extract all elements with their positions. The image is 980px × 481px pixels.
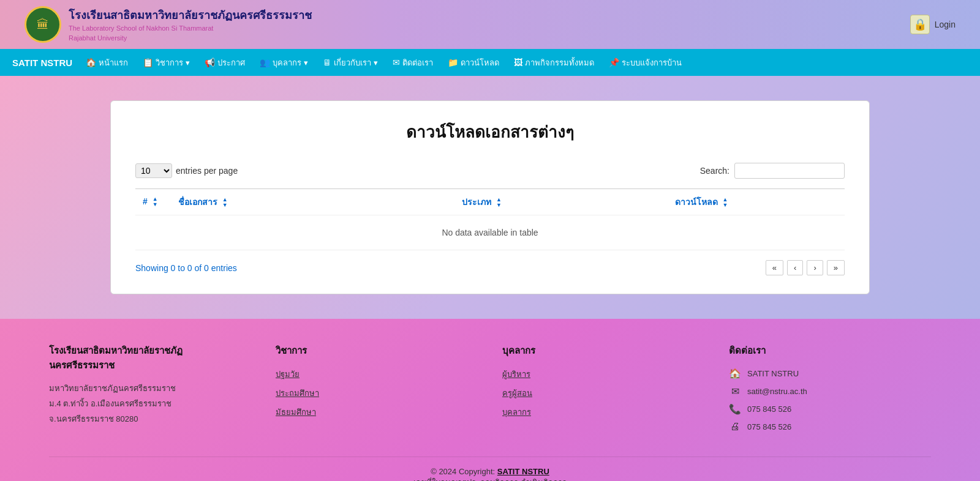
- nav-label-contact: ติดต่อเรา: [402, 56, 433, 69]
- sort-arrows-name: ▲▼: [222, 197, 228, 208]
- footer-address-line2: ม.4 ต.ท่างิ้ว อ.เมืองนครศรีธรรมราช: [49, 398, 251, 411]
- personnel-icon: 👥: [260, 58, 270, 67]
- email-contact-icon: ✉: [729, 386, 741, 397]
- nav-label-home: หน้าแรก: [99, 56, 128, 69]
- footer-contact-email-text: satit@nstru.ac.th: [747, 387, 807, 396]
- footer-link-prathomwai[interactable]: ปฐมวัย: [276, 368, 478, 381]
- table-controls: 10 25 50 100 entries per page Search:: [135, 163, 845, 179]
- nav-label-personnel: บุคลากร: [273, 56, 301, 69]
- footer-contact-fax-text: 075 845 526: [747, 422, 791, 431]
- search-label: Search:: [700, 166, 729, 176]
- sort-arrows-download: ▲▼: [722, 197, 728, 208]
- footer-contact-phone: 📞 075 845 526: [729, 403, 931, 415]
- showing-text: Showing 0 to 0 of 0 entries: [135, 263, 237, 273]
- pagination-first[interactable]: «: [766, 260, 783, 275]
- lock-icon: 🔒: [910, 15, 930, 34]
- footer-link-prathom[interactable]: ประถมศึกษา: [276, 387, 478, 400]
- footer: โรงเรียนสาธิตมหาวิทยาลัยราชภัฏนครศรีธรรม…: [0, 319, 980, 481]
- nav-item-homework[interactable]: 📌 ระบบแจ้งการบ้าน: [603, 53, 688, 73]
- search-input[interactable]: [734, 163, 845, 179]
- footer-contact-school-name: SATIT NSTRU: [747, 369, 799, 378]
- col-label-name: ชื่อเอกสาร: [178, 197, 217, 207]
- footer-link-staff[interactable]: บุคลากร: [502, 406, 704, 419]
- fax-contact-icon: 🖨: [729, 421, 741, 432]
- nav-label-announce: ประกาศ: [217, 56, 245, 69]
- footer-school-name: โรงเรียนสาธิตมหาวิทยาลัยราชภัฏนครศรีธรรม…: [49, 343, 251, 373]
- col-header-download[interactable]: ดาวน์โหลด ▲▼: [668, 189, 845, 215]
- table-header-row: # ▲▼ ชื่อเอกสาร ▲▼ ประเภท ▲▼ ดาวน์โหลด ▲…: [135, 189, 845, 215]
- no-data-cell: No data available in table: [135, 215, 845, 250]
- nav-brand: SATIT NSTRU: [12, 58, 72, 68]
- col-label-type: ประเภท: [462, 197, 491, 207]
- footer-contact-title: ติดต่อเรา: [729, 343, 931, 358]
- nav-item-home[interactable]: 🏠 หน้าแรก: [80, 53, 134, 73]
- footer-personnel: บุคลากร ผู้บริหาร ครูผู้สอน บุคลากร: [502, 343, 704, 438]
- footer-contact-phone-text: 075 845 526: [747, 405, 791, 414]
- footer-link-admin[interactable]: ผู้บริหาร: [502, 368, 704, 381]
- chevron-down-icon-3: ▾: [374, 58, 378, 67]
- nav-item-download[interactable]: 📁 ดาวน์โหลด: [442, 53, 505, 73]
- nav-item-gallery[interactable]: 🖼 ภาพกิจกรรมทั้งหมด: [508, 53, 600, 73]
- footer-address-line3: จ.นครศรีธรรมราช 80280: [49, 413, 251, 426]
- footer-link-teacher[interactable]: ครูผู้สอน: [502, 387, 704, 400]
- school-logo: 🏛: [24, 6, 61, 43]
- footer-contact-fax: 🖨 075 845 526: [729, 421, 931, 432]
- announce-icon: 📢: [205, 58, 215, 67]
- home-icon: 🏠: [86, 58, 96, 67]
- school-title-en-line2: Rajabhat University: [69, 34, 312, 43]
- homework-icon: 📌: [609, 58, 619, 67]
- search-area: Search:: [700, 163, 845, 179]
- entries-select[interactable]: 10 25 50 100: [135, 163, 172, 178]
- footer-contact-email: ✉ satit@nstru.ac.th: [729, 386, 931, 397]
- copyright-link[interactable]: SATIT NSTRU: [497, 467, 549, 476]
- nav-item-announce[interactable]: 📢 ประกาศ: [198, 53, 251, 73]
- footer-bottom: © 2024 Copyright: SATIT NSTRU เลขที่ใบอน…: [49, 457, 931, 481]
- footer-grid: โรงเรียนสาธิตมหาวิทยาลัยราชภัฏนครศรีธรรม…: [49, 343, 931, 438]
- contact-icon: ✉: [393, 58, 400, 67]
- col-label-number: #: [143, 196, 148, 206]
- col-header-number[interactable]: # ▲▼: [135, 189, 171, 215]
- table-footer: Showing 0 to 0 of 0 entries « ‹ › »: [135, 260, 845, 275]
- nav-item-about[interactable]: 🖥 เกี่ยวกับเรา ▾: [317, 53, 384, 73]
- pagination-last[interactable]: »: [827, 260, 845, 275]
- copyright-sub: เลขที่ใบอนุญาตประกอบกิจการ ดำเนินกิจการ: [413, 478, 567, 481]
- nav-label-download: ดาวน์โหลด: [461, 56, 499, 69]
- school-title-th: โรงเรียนสาธิตมหาวิทยาลัยราชภัฏนครศรีธรรม…: [69, 6, 312, 24]
- login-label: Login: [935, 20, 956, 29]
- sort-arrows-type: ▲▼: [496, 197, 502, 208]
- footer-contact: ติดต่อเรา 🏠 SATIT NSTRU ✉ satit@nstru.ac…: [729, 343, 931, 438]
- entries-per-page: 10 25 50 100 entries per page: [135, 163, 238, 178]
- pagination-next[interactable]: ›: [807, 260, 823, 275]
- copyright-text: © 2024 Copyright:: [431, 467, 495, 476]
- header: 🏛 โรงเรียนสาธิตมหาวิทยาลัยราชภัฏนครศรีธร…: [0, 0, 980, 49]
- nav-item-contact[interactable]: ✉ ติดต่อเรา: [386, 53, 439, 73]
- pagination: « ‹ › »: [766, 260, 845, 275]
- footer-school-info: โรงเรียนสาธิตมหาวิทยาลัยราชภัฏนครศรีธรรม…: [49, 343, 251, 438]
- pagination-prev[interactable]: ‹: [787, 260, 803, 275]
- logo-area: 🏛 โรงเรียนสาธิตมหาวิทยาลัยราชภัฏนครศรีธร…: [24, 6, 312, 43]
- col-header-name[interactable]: ชื่อเอกสาร ▲▼: [171, 189, 454, 215]
- nav-item-academic[interactable]: 📋 วิชาการ ▾: [137, 53, 196, 73]
- col-header-type[interactable]: ประเภท ▲▼: [454, 189, 667, 215]
- download-icon: 📁: [448, 58, 458, 67]
- chevron-down-icon: ▾: [186, 58, 190, 67]
- sort-arrows-number: ▲▼: [153, 196, 158, 207]
- footer-personnel-title: บุคลากร: [502, 343, 704, 358]
- entries-label: entries per page: [176, 166, 238, 176]
- col-label-download: ดาวน์โหลด: [675, 197, 718, 207]
- school-title-en-line1: The Laboratory School of Nakhon Si Thamm…: [69, 24, 312, 33]
- logo-icon: 🏛: [37, 18, 49, 32]
- nav-item-personnel[interactable]: 👥 บุคลากร ▾: [254, 53, 314, 73]
- nav-label-gallery: ภาพกิจกรรมทั้งหมด: [525, 56, 594, 69]
- login-button[interactable]: 🔒 Login: [910, 15, 956, 34]
- footer-link-matthayom[interactable]: มัธยมศึกษา: [276, 406, 478, 419]
- data-table: # ▲▼ ชื่อเอกสาร ▲▼ ประเภท ▲▼ ดาวน์โหลด ▲…: [135, 188, 845, 250]
- main-content: ดาวน์โหลดเอกสารต่างๆ 10 25 50 100 entrie…: [110, 100, 870, 294]
- gallery-icon: 🖼: [514, 58, 522, 67]
- footer-contact-school: 🏠 SATIT NSTRU: [729, 368, 931, 379]
- phone-contact-icon: 📞: [729, 403, 741, 415]
- page-title: ดาวน์โหลดเอกสารต่างๆ: [135, 119, 845, 144]
- chevron-down-icon-2: ▾: [304, 58, 308, 67]
- school-title: โรงเรียนสาธิตมหาวิทยาลัยราชภัฏนครศรีธรรม…: [69, 6, 312, 43]
- main-nav: SATIT NSTRU 🏠 หน้าแรก 📋 วิชาการ ▾ 📢 ประก…: [0, 49, 980, 76]
